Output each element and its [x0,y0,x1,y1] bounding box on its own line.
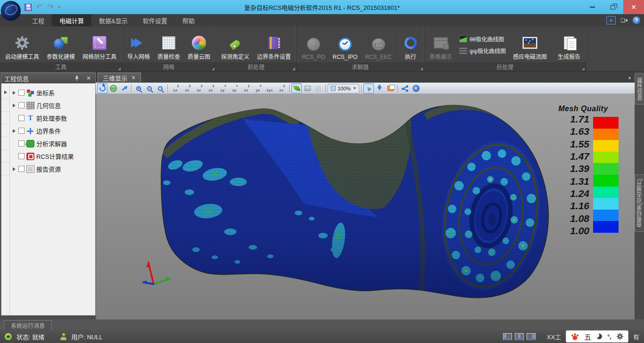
tree-item-geometry-info[interactable]: 几何信息 [10,99,95,112]
geometry-icon [26,102,34,109]
expander-icon[interactable] [13,129,16,133]
ime-halfwidth-moon-icon[interactable] [596,334,602,339]
view-orientation-button[interactable]: yzx [205,83,216,93]
quality-check-button[interactable]: 质量检查 [154,27,183,62]
checkbox[interactable] [18,153,25,159]
property-info-tab[interactable]: 属性信息 [635,74,644,105]
status-label: 状态: 就绪 [17,332,44,341]
generate-report-button[interactable]: 生成报告 [554,27,584,62]
app-logo-icon[interactable] [1,1,21,21]
tree-item-analysis-solver[interactable]: 分析求解器 [10,137,95,150]
connector-icon [371,36,387,52]
checkbox[interactable] [18,128,25,134]
restore-button[interactable] [603,0,623,14]
checkbox[interactable] [18,166,25,172]
view-orientation-button[interactable]: yxz [170,83,181,93]
parametric-modeling-button[interactable]: 参数化建模 [43,27,78,62]
help-icon[interactable]: ? [633,16,640,24]
minimize-button[interactable] [582,0,603,14]
launch-modeling-tool-button[interactable]: 启动建模工具 [2,27,42,62]
viewport-toolbar: + − ▫ yxz yzx yxz yzx xzy xzy yzx zyx zy… [96,82,635,94]
window-style-icon[interactable]: ❏▾ [619,16,629,24]
group-label-solver: 求解器 [352,63,369,71]
expander-icon[interactable] [13,167,16,171]
mesh-partition-tool-button[interactable]: 网格剖分工具 [79,27,120,62]
expander-icon[interactable] [13,91,16,95]
checkbox[interactable] [18,115,25,121]
view-results-tab[interactable]: 查看结果(双击展开) [635,174,644,232]
view-orientation-button[interactable]: yzx [240,83,252,93]
zoom-dropdown-icon[interactable]: ▼ [353,86,356,90]
application-window: ↶ ↷ ▾ 复杂目标RCS电磁分析软件2015 R1 - RCS_2015031… [0,0,644,343]
viewport-3d-canvas[interactable]: Mesh Quality 1.711.63 1.551.47 1.391.31 … [96,94,635,319]
tree-item-report-resources[interactable]: 报告资源 [10,163,95,175]
tab-help[interactable]: 帮助 [175,14,202,26]
checkbox[interactable] [18,140,25,147]
refresh-view-button[interactable] [108,83,118,93]
expander-icon[interactable] [13,104,16,107]
close-panel-icon[interactable]: ✕ [85,75,92,82]
text-param-icon: T [26,114,34,122]
view-orientation-button[interactable]: yzx [182,83,193,93]
tab-engineering[interactable]: 工程 [25,14,52,26]
view-orientation-button[interactable]: xzy [229,83,240,93]
view-orientation-button[interactable]: zyx [264,83,275,93]
root-expander-icon[interactable] [4,90,7,94]
select-surface-button[interactable] [363,83,374,93]
layout-left-button[interactable] [503,333,512,340]
tree-item-rcs-results[interactable]: RCS计算结果 [10,150,95,163]
close-button[interactable]: ✕ [623,0,644,14]
fit-view-button[interactable] [119,83,129,93]
ime-punctuation-icon[interactable]: °, [607,333,611,340]
system-message-tab[interactable]: 系统运行消息 [4,320,52,330]
right-panel-strip: 属性信息 查看结果(双击展开) [635,72,644,319]
cancel-operation-button[interactable]: ✕ [411,83,421,93]
psi-polarization-curve-button[interactable]: ψψ极化曲线图 [459,47,506,55]
quality-cloud-button[interactable]: 质量云图 [184,27,214,62]
copy-view-button[interactable] [385,83,396,93]
view-orientation-button[interactable]: yzx [276,83,287,93]
collapse-ribbon-icon[interactable]: ˄ [606,16,616,24]
boundary-condition-button[interactable]: 边界条件设置 [254,27,294,62]
zoom-out-button[interactable]: − [144,83,155,93]
induced-current-map-button[interactable]: 感应电磁流图 [510,27,550,62]
shaded-mode-button[interactable] [291,83,302,93]
tab-data-display[interactable]: 数据&显示 [91,14,135,26]
download-view-button[interactable] [374,83,385,93]
tabbar-dropdown-icon[interactable]: ▼ [627,76,632,81]
user-label: 用户: NULL [71,332,102,341]
tab-em-computation[interactable]: 电磁计算 [52,14,91,26]
zoom-level-control[interactable]: 100% ▼ [328,84,359,93]
zoom-in-button[interactable]: + [133,83,144,93]
theta-polarization-curve-button[interactable]: θθ极化曲线图 [459,35,506,43]
ime-settings-gear-icon[interactable] [617,333,623,340]
legend-colorbar [593,117,619,233]
tab-3d-display[interactable]: 三维显示 ✕ [98,73,141,82]
wireframe-mode-button[interactable] [302,83,313,93]
rotate-view-button[interactable] [97,83,107,93]
close-tab-icon[interactable]: ✕ [131,74,136,81]
import-mesh-button[interactable]: 导入网格 [124,27,153,62]
baidu-paw-icon[interactable] [571,333,579,340]
tree-item-coordinate-system[interactable]: 坐标系 [10,86,95,99]
zoom-window-button[interactable]: ▫ [155,83,165,93]
tab-software-settings[interactable]: 软件设置 [135,14,175,26]
layout-toggle-group [503,333,536,340]
tree-item-preprocess-params[interactable]: T 前处理参数 [10,112,95,124]
share-flow-button[interactable] [400,83,410,93]
checkbox[interactable] [18,90,25,96]
execute-button[interactable]: 执行 [399,27,422,62]
view-orientation-button[interactable]: yxz [193,83,205,93]
view-orientation-button[interactable]: zyx [252,83,264,93]
points-mode-button[interactable] [313,83,323,93]
pin-icon[interactable] [74,75,82,81]
probe-angle-button[interactable]: 探测角定义 [218,27,253,62]
view-orientation-button[interactable]: xzy [217,83,228,93]
ime-wubi-mode[interactable]: 五 [584,332,591,342]
rcs-ipo-button[interactable]: RCS_IPO [329,27,361,62]
project-info-panel: 工程信息 ✕ 坐标系 [1,73,96,316]
tree-item-boundary-conditions[interactable]: 边界条件 [10,124,95,137]
layout-right-button[interactable] [527,333,536,340]
layout-center-button[interactable] [515,333,524,340]
checkbox[interactable] [18,102,25,108]
